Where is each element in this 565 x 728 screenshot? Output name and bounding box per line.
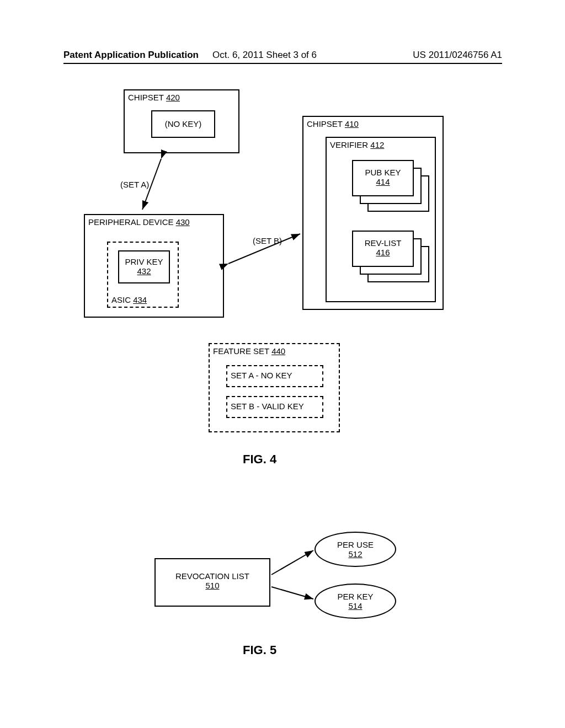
peruse-title: PER USE <box>337 540 374 549</box>
nokey-text: (NO KEY) <box>165 119 202 129</box>
peripheral-box: PERIPHERAL DEVICE 430 PRIV KEY 432 ASIC … <box>84 214 224 318</box>
peripheral-title: PERIPHERAL DEVICE <box>88 217 174 227</box>
chipset-420-ref: 420 <box>166 93 180 102</box>
verifier-ref: 412 <box>370 140 384 149</box>
revlist-title: REV-LIST <box>353 238 413 248</box>
perkey-ellipse: PER KEY 514 <box>315 584 396 619</box>
chipset-410-title: CHIPSET <box>307 119 343 129</box>
verifier-title: VERIFIER <box>330 140 368 149</box>
revlist-stack: REV-LIST 416 <box>352 231 429 283</box>
asic-box: PRIV KEY 432 ASIC 434 <box>107 242 179 308</box>
chipset-410-box: CHIPSET 410 VERIFIER 412 PUB KEY 414 REV… <box>302 116 444 310</box>
featureset-title: FEATURE SET <box>213 346 269 356</box>
verifier-box: VERIFIER 412 PUB KEY 414 REV-LIST 416 <box>326 137 436 302</box>
nokey-box: (NO KEY) <box>151 110 215 138</box>
privkey-title: PRIV KEY <box>122 257 166 266</box>
diagram-canvas: CHIPSET 420 (NO KEY) CHIPSET 410 VERIFIE… <box>0 0 565 728</box>
asic-label: ASIC 434 <box>111 295 147 304</box>
peruse-ref: 512 <box>348 549 362 559</box>
peripheral-ref: 430 <box>176 217 190 227</box>
featureset-box: FEATURE SET 440 SET A - NO KEY SET B - V… <box>209 343 340 432</box>
pubkey-ref: 414 <box>353 177 413 186</box>
peruse-ellipse: PER USE 512 <box>315 532 396 567</box>
revocation-list-box: REVOCATION LIST 510 <box>154 558 270 607</box>
set-b-label: (SET B) <box>253 236 282 245</box>
svg-line-3 <box>271 587 313 599</box>
chipset-420-box: CHIPSET 420 (NO KEY) <box>124 89 239 153</box>
revocation-ref: 510 <box>159 581 266 590</box>
set-a-label: (SET A) <box>120 180 149 189</box>
featureset-ref: 440 <box>271 346 285 356</box>
chipset-410-ref: 410 <box>345 119 359 129</box>
perkey-title: PER KEY <box>337 592 373 601</box>
revocation-title: REVOCATION LIST <box>159 571 266 581</box>
fig4-caption: FIG. 4 <box>243 452 276 467</box>
set-b-row: SET B - VALID KEY <box>226 396 323 418</box>
svg-line-2 <box>271 550 313 575</box>
revlist-ref: 416 <box>353 248 413 257</box>
privkey-ref: 432 <box>122 266 166 276</box>
chipset-420-title: CHIPSET <box>128 93 164 102</box>
fig5-caption: FIG. 5 <box>243 643 276 657</box>
privkey-box: PRIV KEY 432 <box>118 250 170 283</box>
pubkey-title: PUB KEY <box>353 168 413 177</box>
perkey-ref: 514 <box>348 601 362 611</box>
pubkey-stack: PUB KEY 414 <box>352 160 429 213</box>
set-a-row: SET A - NO KEY <box>226 365 323 387</box>
